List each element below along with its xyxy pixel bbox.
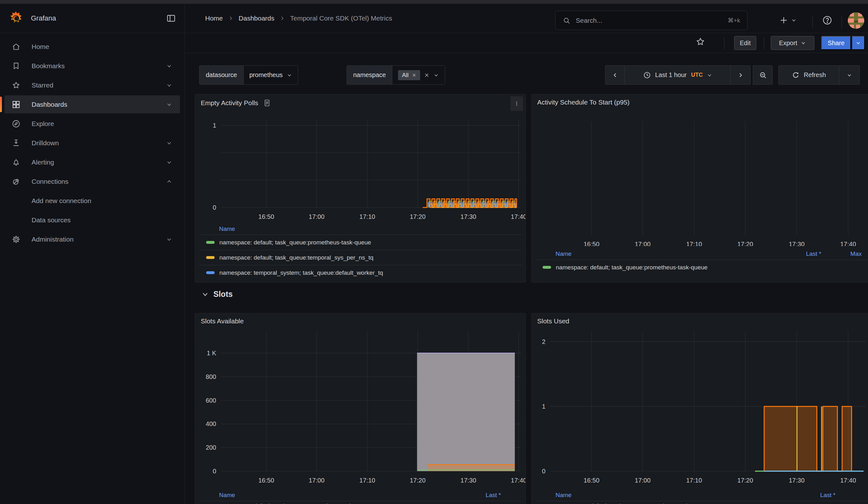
legend-name-column[interactable]: Name (556, 492, 798, 498)
breadcrumb-home[interactable]: Home (205, 14, 223, 22)
legend-row[interactable]: namespace: default; task_queue:prometheu… (199, 501, 522, 504)
chevron-down-icon[interactable] (166, 236, 172, 243)
panel-title[interactable]: Slots Used (537, 317, 569, 325)
sidebar-item-data-sources[interactable]: Data sources (4, 211, 180, 229)
os-top-strip (0, 0, 868, 4)
sidebar-item-home[interactable]: Home (4, 38, 180, 55)
panel-description-icon[interactable] (262, 99, 271, 107)
sidebar-item-connections[interactable]: Connections (4, 172, 180, 191)
sidebar-item-alerting[interactable]: Alerting (4, 153, 180, 171)
time-shift-forward-button[interactable] (731, 65, 751, 85)
legend-name-column[interactable]: Name (219, 492, 463, 498)
series-label: namespace: default; task_queue:prometheu… (219, 502, 522, 504)
svg-text:17:30: 17:30 (461, 477, 476, 484)
drilldown-icon (11, 138, 21, 148)
zoom-out-icon[interactable] (753, 65, 773, 85)
clear-selection-icon[interactable] (424, 72, 430, 78)
sidebar-item-drilldown[interactable]: Drilldown (4, 134, 180, 152)
chevron-down-icon (800, 40, 806, 46)
share-button[interactable]: Share (821, 36, 851, 50)
series-color-pill (542, 266, 551, 269)
section-title: Slots (213, 290, 232, 299)
legend-last-column[interactable]: Last * (463, 492, 501, 498)
export-button[interactable]: Export (771, 36, 814, 50)
panel-title[interactable]: Slots Available (201, 317, 244, 325)
legend-name-column[interactable]: Name (556, 250, 783, 257)
sidebar-item-add-new-connection[interactable]: Add new connection (4, 192, 180, 210)
dashboards-grid-icon (11, 100, 21, 109)
favorite-star-icon[interactable] (695, 36, 706, 47)
datasource-variable: datasource prometheus (199, 65, 298, 85)
panel-header: Slots Used (531, 313, 868, 325)
chevron-down-icon (847, 72, 852, 78)
chevron-down-icon[interactable] (166, 63, 172, 69)
panel-menu-kebab-icon[interactable] (510, 96, 523, 111)
legend-last-column[interactable]: Last * (783, 250, 821, 257)
legend-row[interactable]: namespace: default; task_queue:temporal_… (199, 250, 522, 265)
panel-title[interactable]: Activity Schedule To Start (p95) (537, 99, 630, 106)
time-shift-back-button[interactable] (605, 65, 625, 85)
svg-text:16:50: 16:50 (258, 477, 274, 484)
namespace-chip-all[interactable]: All (398, 70, 420, 80)
sidebar-item-starred[interactable]: Starred (4, 76, 180, 94)
grafana-app: Grafana Home Dashboards Temporal Core SD… (0, 0, 868, 504)
datasource-select[interactable]: prometheus (244, 66, 298, 84)
sidebar-nav: Home Bookmarks Starred Dashboa (0, 33, 185, 504)
panel-header: Slots Available (195, 313, 526, 325)
namespace-select[interactable]: All (392, 66, 444, 84)
svg-text:17:00: 17:00 (635, 477, 651, 484)
chevron-down-icon[interactable] (166, 82, 172, 89)
legend-max-column[interactable]: Max (821, 250, 862, 257)
sidebar-item-label: Alerting (32, 158, 54, 166)
sidebar-item-label: Connections (32, 178, 69, 185)
svg-text:0: 0 (213, 204, 216, 211)
namespace-chip-label: All (402, 72, 409, 79)
legend-row[interactable]: namespace: temporal_system; task_queue:d… (199, 265, 522, 280)
timeseries-chart[interactable]: 16:5017:0017:1017:2017:3017:40 (531, 94, 868, 246)
remove-chip-icon[interactable] (412, 73, 416, 78)
edit-button[interactable]: Edit (734, 36, 756, 50)
search-input[interactable]: Search... ⌘+k (555, 11, 747, 30)
search-shortcut: ⌘+k (727, 17, 740, 24)
timeseries-chart[interactable]: 1 K800600400200016:5017:0017:1017:2017:3… (195, 313, 526, 485)
breadcrumb-dashboards[interactable]: Dashboards (239, 14, 274, 22)
chevron-down-icon[interactable] (166, 101, 172, 108)
timeseries-chart[interactable]: 21016:5017:0017:1017:2017:3017:40 (531, 313, 868, 485)
refresh-button[interactable]: Refresh (778, 65, 839, 85)
legend-row[interactable]: namespace: default; task_queue:prometheu… (535, 501, 868, 504)
datasource-value: prometheus (249, 71, 283, 79)
chevron-down-icon (433, 72, 439, 78)
chevron-down-icon[interactable] (166, 140, 172, 146)
refresh-interval-dropdown[interactable] (839, 65, 860, 85)
svg-text:17:10: 17:10 (686, 477, 702, 484)
legend-row[interactable]: namespace: default; task_queue:prometheu… (199, 235, 522, 250)
chevron-right-icon (228, 16, 234, 21)
zoom-out-control (753, 65, 773, 85)
share-dropdown-button[interactable] (851, 36, 865, 50)
legend-row[interactable]: namespace: default; task_queue:prometheu… (535, 260, 868, 275)
series-label: namespace: default; task_queue:prometheu… (556, 502, 868, 504)
legend-last-column[interactable]: Last * (798, 492, 836, 498)
svg-text:16:50: 16:50 (583, 240, 599, 246)
timeseries-chart[interactable]: 1016:5017:0017:1017:2017:3017:40 (195, 94, 526, 243)
svg-text:16:50: 16:50 (258, 213, 274, 220)
time-range-picker[interactable]: Last 1 hour UTC (625, 65, 731, 85)
header-divider (813, 15, 813, 28)
chevron-up-icon[interactable] (166, 178, 172, 185)
series-label: namespace: temporal_system; task_queue:d… (219, 269, 522, 276)
datasource-label: datasource (199, 66, 244, 84)
namespace-variable: namespace All (347, 65, 445, 85)
sidebar-item-dashboards[interactable]: Dashboards (4, 95, 180, 113)
sidebar-collapse-icon[interactable] (166, 13, 176, 23)
panel-title[interactable]: Empty Activity Polls (201, 99, 258, 107)
chevron-down-icon[interactable] (166, 159, 172, 165)
add-new-button[interactable] (779, 13, 797, 27)
sidebar-item-bookmarks[interactable]: Bookmarks (4, 57, 180, 75)
sidebar-item-explore[interactable]: Explore (4, 115, 180, 133)
avatar[interactable] (848, 12, 864, 29)
sidebar-item-administration[interactable]: Administration (4, 230, 180, 248)
legend-name-column[interactable]: Name (219, 225, 522, 233)
row-section-slots[interactable]: Slots (202, 290, 232, 299)
help-icon[interactable] (822, 13, 833, 27)
star-icon (11, 81, 21, 90)
